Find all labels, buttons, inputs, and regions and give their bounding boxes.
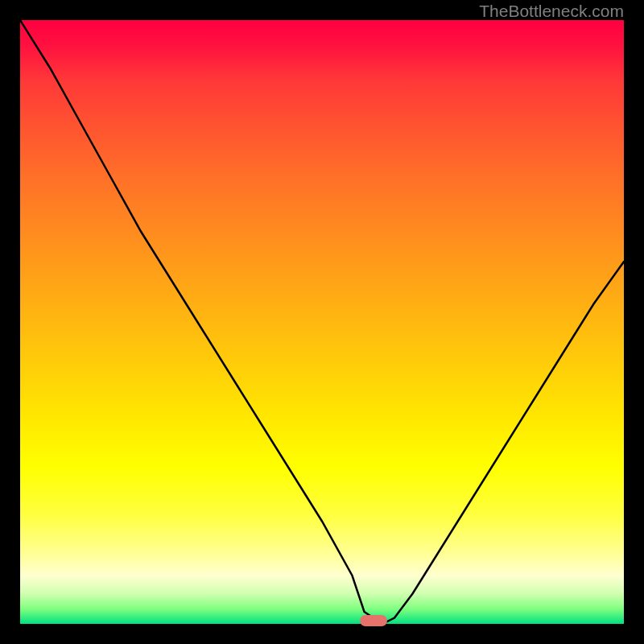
watermark-text: TheBottleneck.com <box>479 2 624 21</box>
optimal-marker <box>360 615 387 626</box>
bottleneck-curve <box>20 20 624 624</box>
chart-container <box>20 20 624 624</box>
